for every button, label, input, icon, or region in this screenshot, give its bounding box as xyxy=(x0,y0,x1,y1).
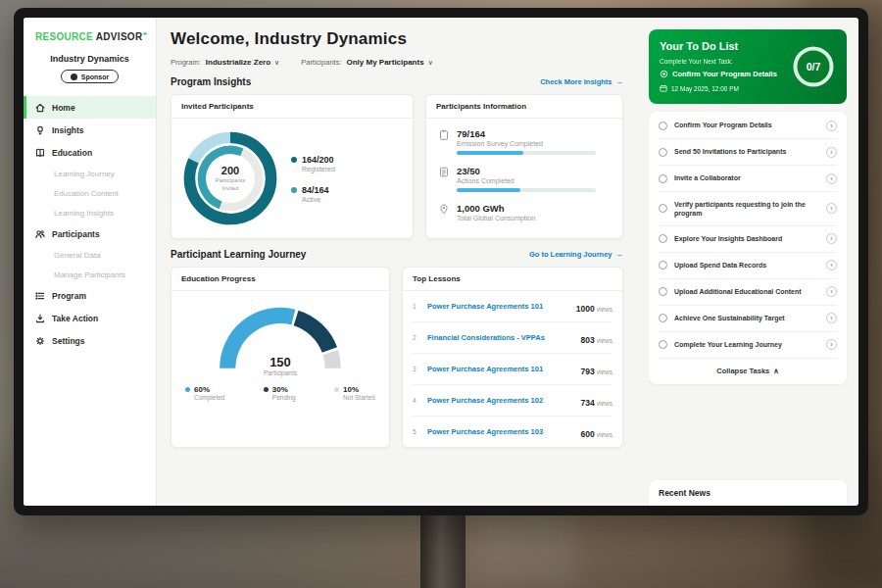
checkbox-icon[interactable] xyxy=(659,148,667,157)
lesson-views: 1000 xyxy=(576,304,595,314)
todo-progress-ring: 0/7 xyxy=(790,43,837,90)
task-row[interactable]: Explore Your Insights Dashboard › xyxy=(659,226,837,253)
task-row[interactable]: Confirm Your Program Details › xyxy=(659,113,837,139)
info-value: 79/164 xyxy=(457,128,596,139)
check-more-insights-link[interactable]: Check More Insights → xyxy=(540,77,623,86)
todo-next-task: Confirm Your Program Details xyxy=(660,70,797,78)
chevron-right-icon[interactable]: › xyxy=(826,233,837,244)
chevron-right-icon[interactable]: › xyxy=(826,286,837,297)
checkbox-icon[interactable] xyxy=(659,340,667,349)
progress-bar xyxy=(457,151,596,155)
checkbox-icon[interactable] xyxy=(659,174,667,183)
progress-bar-fill xyxy=(457,188,520,192)
sidebar-item-settings[interactable]: Settings xyxy=(24,329,156,352)
progress-bar-fill xyxy=(457,151,523,155)
education-gauge-chart: 150 Participants xyxy=(207,297,354,379)
collapse-tasks-button[interactable]: Collapse Tasks ∧ xyxy=(659,359,837,383)
participants-information-card: Participants Information 79/164 Emission… xyxy=(425,94,623,239)
top-lessons-card: Top Lessons 1 Power Purchase Agreements … xyxy=(402,267,623,448)
lesson-link[interactable]: Financial Considerations - VPPAs xyxy=(427,333,574,342)
card-title: Education Progress xyxy=(172,268,389,291)
sidebar-item-learning-insights[interactable]: Learning Insights xyxy=(24,203,156,222)
sidebar-item-insights[interactable]: Insights xyxy=(24,119,156,141)
legend-label: Registered xyxy=(302,166,335,172)
info-label: Actions Completed xyxy=(457,177,596,184)
sponsor-label: Sponsor xyxy=(81,74,109,80)
task-row[interactable]: Complete Your Learning Journey › xyxy=(659,332,837,359)
lesson-link[interactable]: Power Purchase Agreements 102 xyxy=(427,396,574,405)
sidebar-item-education[interactable]: Education xyxy=(24,141,156,164)
sidebar-nav: Home Insights Education Learning Journey xyxy=(24,96,156,352)
program-dropdown[interactable]: Industrialize Zero ∨ xyxy=(206,58,279,67)
chevron-right-icon[interactable]: › xyxy=(826,313,837,323)
go-to-learning-journey-link[interactable]: Go to Learning Journey → xyxy=(529,250,623,259)
info-label: Total Global Consumption xyxy=(457,215,535,221)
chevron-right-icon[interactable]: › xyxy=(826,147,837,158)
checkbox-icon[interactable] xyxy=(659,314,667,322)
lesson-rank: 2 xyxy=(413,334,420,341)
sidebar-item-learning-journey[interactable]: Learning Journey xyxy=(24,164,156,183)
gear-icon xyxy=(35,336,45,346)
task-row[interactable]: Send 50 Invitations to Participants › xyxy=(659,139,837,166)
link-label: Check More Insights xyxy=(540,77,612,86)
checkbox-icon[interactable] xyxy=(659,122,667,130)
info-value: 23/50 xyxy=(457,166,596,176)
chevron-right-icon[interactable]: › xyxy=(826,173,837,184)
chevron-right-icon[interactable]: › xyxy=(826,339,837,350)
logo-text-secondary: ADVISOR xyxy=(96,31,143,42)
sidebar-item-participants[interactable]: Participants xyxy=(24,222,156,245)
task-row[interactable]: Upload Spend Data Records › xyxy=(659,253,837,279)
legend-dot xyxy=(291,187,297,193)
lesson-rank: 4 xyxy=(413,397,420,404)
task-row[interactable]: Upload Additional Educational Content › xyxy=(659,279,837,306)
learning-cards-row: Education Progress 150 Participants xyxy=(171,267,623,448)
program-filter: Program: Industrialize Zero ∨ xyxy=(171,58,279,67)
task-row[interactable]: Achieve One Sustainability Target › xyxy=(659,306,837,332)
invited-participants-card: Invited Participants 200 xyxy=(171,94,414,239)
sidebar-item-label: General Data xyxy=(54,251,101,260)
participants-filter-label: Participants: xyxy=(301,58,341,67)
sidebar-item-manage-participants[interactable]: Manage Participants xyxy=(24,265,156,284)
chevron-down-icon: ∨ xyxy=(274,59,279,67)
lesson-views-suffix: views xyxy=(597,306,612,313)
lesson-link[interactable]: Power Purchase Agreements 101 xyxy=(427,365,574,373)
todo-progress-value: 0/7 xyxy=(790,43,837,90)
chevron-right-icon[interactable]: › xyxy=(826,203,837,214)
checkbox-icon[interactable] xyxy=(659,261,667,270)
sidebar-item-label: Insights xyxy=(52,125,84,135)
sidebar-item-take-action[interactable]: Take Action xyxy=(24,307,156,329)
sidebar-item-education-content[interactable]: Education Content xyxy=(24,183,156,203)
lesson-link[interactable]: Power Purchase Agreements 101 xyxy=(427,302,569,311)
collapse-label: Collapse Tasks xyxy=(716,367,769,375)
lesson-link[interactable]: Power Purchase Agreements 103 xyxy=(427,427,574,436)
lesson-views-suffix: views xyxy=(597,431,612,438)
chevron-right-icon[interactable]: › xyxy=(826,260,837,270)
monitor-stand xyxy=(420,514,466,588)
page-title: Welcome, Industry Dynamics xyxy=(171,29,623,49)
sponsor-badge[interactable]: Sponsor xyxy=(61,70,119,83)
main-content: Welcome, Industry Dynamics Program: Indu… xyxy=(157,18,637,506)
sidebar-item-label: Home xyxy=(52,103,75,113)
lesson-views: 734 xyxy=(581,398,595,408)
legend-item-completed: 60% Completed xyxy=(185,385,224,401)
sidebar-item-program[interactable]: Program xyxy=(24,284,156,307)
sidebar-item-label: Education Content xyxy=(54,189,119,198)
checkbox-icon[interactable] xyxy=(659,287,667,296)
legend-item-pending: 30% Pending xyxy=(264,385,296,401)
task-row[interactable]: Verify participants requesting to join t… xyxy=(659,192,837,226)
todo-next-task-label: Confirm Your Program Details xyxy=(672,70,777,78)
sidebar-item-general-data[interactable]: General Data xyxy=(24,245,156,265)
download-icon xyxy=(35,314,45,323)
participants-dropdown[interactable]: Only My Participants ∨ xyxy=(346,58,432,67)
chevron-right-icon[interactable]: › xyxy=(826,121,837,131)
task-row[interactable]: Invite a Collaborator › xyxy=(659,166,837,192)
legend-value: 60% xyxy=(194,385,224,394)
todo-panel: Your To Do List Complete Your Next Task:… xyxy=(637,18,858,506)
checkbox-icon[interactable] xyxy=(659,234,667,243)
todo-task-list: Confirm Your Program Details › Send 50 I… xyxy=(649,112,847,384)
task-label: Explore Your Insights Dashboard xyxy=(674,234,819,243)
map-pin-icon xyxy=(438,203,449,221)
sidebar-item-home[interactable]: Home xyxy=(24,96,156,119)
lesson-row: 4 Power Purchase Agreements 102 734views xyxy=(413,385,612,416)
checkbox-icon[interactable] xyxy=(659,204,667,213)
